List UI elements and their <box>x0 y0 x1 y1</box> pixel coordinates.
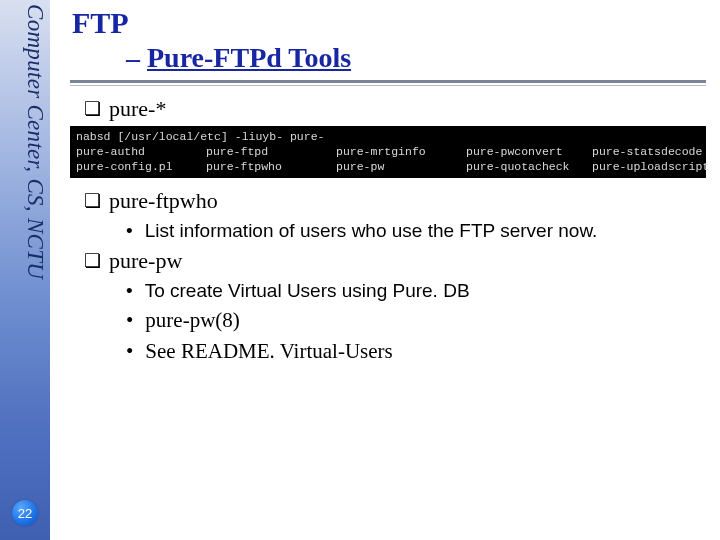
page-number-badge: 22 <box>12 500 38 526</box>
title-rule-thick <box>70 80 706 83</box>
term-cell: pure-quotacheck <box>466 159 592 174</box>
sub-bullet: pure-pw(8) <box>126 308 710 333</box>
title-rule-thin <box>70 85 706 86</box>
sidebar-label: Computer Center, CS, NCTU <box>22 4 48 279</box>
slide-subtitle: – Pure-FTPd Tools <box>126 42 710 74</box>
bullet-pure-pw: ❏ pure-pw <box>84 248 710 274</box>
bullet-text: pure-pw <box>109 248 182 274</box>
bullet-text: pure-ftpwho <box>109 188 218 214</box>
slide-title: FTP <box>72 6 710 40</box>
terminal-row: pure-config.plpure-ftpwhopure-pwpure-quo… <box>76 159 700 174</box>
subtitle-text: Pure-FTPd Tools <box>147 42 351 73</box>
term-cell: pure-ftpd <box>206 144 336 159</box>
square-bullet-icon: ❏ <box>84 96 101 122</box>
term-cell: pure-mrtginfo <box>336 144 466 159</box>
term-cell: pure-config.pl <box>76 159 206 174</box>
term-cell: pure-ftpwho <box>206 159 336 174</box>
terminal-output: nabsd [/usr/local/etc] -liuyb- pure- pur… <box>70 126 706 178</box>
sidebar-label-wrap: Computer Center, CS, NCTU <box>2 4 48 404</box>
bullet-pure-star: ❏ pure-* <box>84 96 710 122</box>
bullet-text: pure-* <box>109 96 166 122</box>
terminal-prompt: nabsd [/usr/local/etc] -liuyb- pure- <box>76 130 324 143</box>
subtitle-prefix: – <box>126 42 147 73</box>
term-cell: pure-pwconvert <box>466 144 592 159</box>
content-area: FTP – Pure-FTPd Tools ❏ pure-* nabsd [/u… <box>66 6 710 364</box>
term-cell: pure-uploadscript <box>592 159 709 174</box>
sub-bullet: See README. Virtual-Users <box>126 339 710 364</box>
square-bullet-icon: ❏ <box>84 248 101 274</box>
sidebar: Computer Center, CS, NCTU 22 <box>0 0 50 540</box>
sub-bullet: To create Virtual Users using Pure. DB <box>126 280 710 302</box>
slide: Computer Center, CS, NCTU 22 FTP – Pure-… <box>0 0 720 540</box>
term-cell: pure-pw <box>336 159 466 174</box>
term-cell: pure-statsdecode <box>592 144 702 159</box>
sub-bullet: List information of users who use the FT… <box>126 220 710 242</box>
bullet-pure-ftpwho: ❏ pure-ftpwho <box>84 188 710 214</box>
terminal-row: pure-authdpure-ftpdpure-mrtginfopure-pwc… <box>76 144 700 159</box>
term-cell: pure-authd <box>76 144 206 159</box>
square-bullet-icon: ❏ <box>84 188 101 214</box>
